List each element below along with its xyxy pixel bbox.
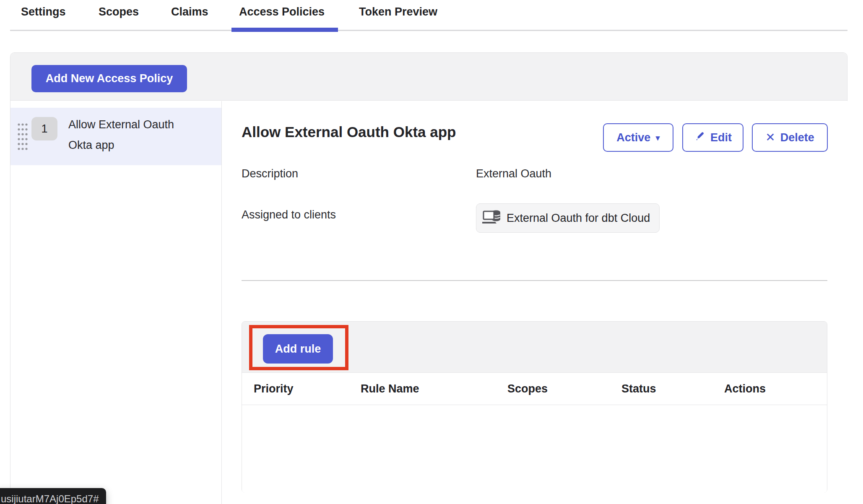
client-chip-label: External Oauth for dbt Cloud — [507, 212, 650, 225]
assigned-client-chip[interactable]: External Oauth for dbt Cloud — [476, 203, 660, 233]
tab-access-policies[interactable]: Access Policies — [239, 5, 325, 18]
chevron-down-icon: ▾ — [655, 133, 660, 143]
section-divider — [242, 280, 827, 281]
tab-claims[interactable]: Claims — [171, 5, 208, 18]
tab-settings[interactable]: Settings — [21, 5, 66, 18]
close-icon: ✕ — [765, 130, 775, 144]
policy-name-line1: Allow External Oauth — [68, 118, 174, 131]
policy-detail-panel: Allow External Oauth Okta app Active ▾ E… — [222, 101, 847, 504]
tab-token-preview[interactable]: Token Preview — [359, 5, 437, 18]
client-app-icon — [482, 208, 502, 228]
column-status: Status — [621, 382, 724, 395]
pencil-icon — [694, 130, 705, 145]
edit-policy-button[interactable]: Edit — [682, 123, 743, 152]
policy-name-label: Allow External Oauth Okta app — [68, 114, 211, 156]
policy-title: Allow External Oauth Okta app — [242, 124, 456, 140]
link-status-tooltip: usijiutarM7Aj0Ep5d7# — [0, 488, 106, 504]
policy-name-line2: Okta app — [68, 139, 114, 151]
access-policies-card: Add New Access Policy — [10, 52, 847, 504]
description-value: External Oauth — [476, 167, 551, 180]
delete-policy-button[interactable]: ✕ Delete — [752, 123, 828, 152]
column-priority: Priority — [254, 382, 361, 395]
tab-bar: Settings Scopes Claims Access Policies T… — [0, 0, 863, 32]
tab-scopes[interactable]: Scopes — [99, 5, 139, 18]
rules-panel: Add rule Priority Rule Name Scopes Statu… — [242, 321, 827, 493]
drag-handle-icon[interactable] — [17, 123, 28, 151]
rules-table-header: Priority Rule Name Scopes Status Actions — [242, 373, 827, 405]
policy-list-item[interactable]: 1 Allow External Oauth Okta app — [10, 108, 221, 165]
tabbar-divider — [10, 30, 847, 31]
policy-status-dropdown[interactable]: Active ▾ — [603, 123, 673, 152]
access-policies-page: Settings Scopes Claims Access Policies T… — [0, 0, 863, 504]
assigned-to-clients-label: Assigned to clients — [242, 208, 336, 221]
card-header: Add New Access Policy — [10, 53, 847, 101]
rules-table-empty-body — [242, 405, 827, 493]
delete-button-label: Delete — [780, 131, 814, 144]
rules-toolbar: Add rule — [242, 322, 827, 373]
column-actions: Actions — [724, 382, 827, 395]
policy-priority-badge: 1 — [31, 117, 57, 140]
column-scopes: Scopes — [507, 382, 621, 395]
policy-list-sidebar: 1 Allow External Oauth Okta app — [10, 101, 222, 504]
description-label: Description — [242, 167, 298, 180]
add-new-access-policy-button[interactable]: Add New Access Policy — [31, 65, 187, 92]
column-rule-name: Rule Name — [361, 382, 507, 395]
add-rule-button[interactable]: Add rule — [263, 334, 333, 364]
edit-button-label: Edit — [710, 131, 732, 144]
active-tab-underline — [231, 28, 338, 32]
policy-status-label: Active — [616, 131, 650, 144]
